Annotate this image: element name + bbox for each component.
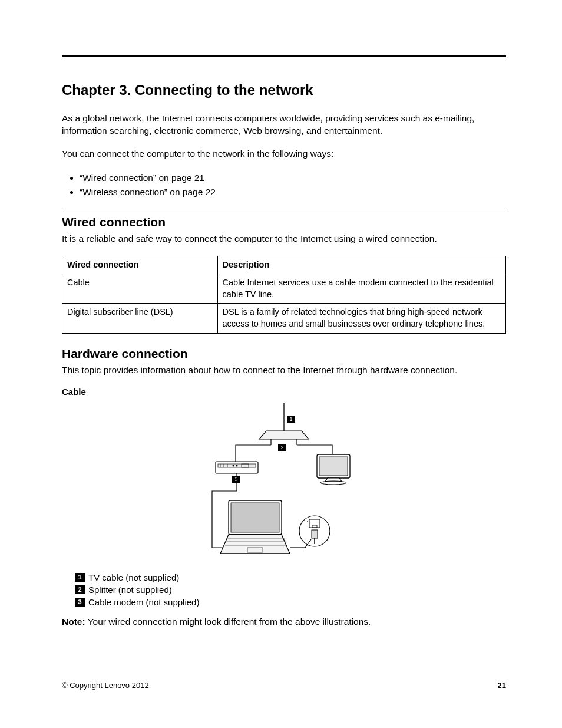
connection-diagram-svg: 1 2 3 [201, 403, 366, 562]
cable-label: Cable [62, 387, 506, 397]
cell-dsl-desc: DSL is a family of related technologies … [217, 304, 505, 333]
note-label: Note: [62, 617, 85, 627]
table-header-type: Wired connection [62, 256, 218, 274]
svg-rect-19 [319, 457, 348, 476]
list-item-wireless: “Wireless connection” on page 22 [80, 185, 506, 199]
wired-intro: It is a reliable and safe way to connect… [62, 233, 506, 245]
legend-badge-2: 2 [75, 585, 85, 594]
hardware-connection-heading: Hardware connection [62, 347, 506, 361]
legend-text-1: TV cable (not supplied) [88, 571, 179, 584]
legend-item-1: 1 TV cable (not supplied) [75, 571, 506, 584]
svg-text:1: 1 [289, 416, 292, 422]
chapter-title: Chapter 3. Connecting to the network [62, 82, 506, 98]
section-rule [62, 210, 506, 210]
legend-badge-1: 1 [75, 573, 85, 582]
cell-cable: Cable [62, 274, 218, 304]
wired-connection-heading: Wired connection [62, 215, 506, 229]
cell-cable-desc: Cable Internet services use a cable mode… [217, 274, 505, 304]
svg-text:2: 2 [280, 444, 283, 450]
note-line: Note: Your wired connection might look d… [62, 617, 506, 627]
legend-text-2: Splitter (not supplied) [88, 584, 172, 596]
page-footer: © Copyright Lenovo 2012 21 [62, 681, 506, 690]
cell-dsl: Digital subscriber line (DSL) [62, 304, 218, 333]
legend-item-3: 3 Cable modem (not supplied) [75, 596, 506, 608]
svg-rect-31 [312, 530, 318, 538]
svg-point-14 [236, 465, 238, 467]
diagram-legend: 1 TV cable (not supplied) 2 Splitter (no… [75, 571, 506, 608]
page-number: 21 [498, 681, 506, 690]
list-item-wired: “Wired connection” on page 21 [80, 171, 506, 185]
ways-paragraph: You can connect the computer to the netw… [62, 148, 506, 160]
table-row: Cable Cable Internet services use a cabl… [62, 274, 506, 304]
svg-point-13 [233, 465, 234, 467]
legend-item-2: 2 Splitter (not supplied) [75, 584, 506, 596]
copyright-text: © Copyright Lenovo 2012 [62, 681, 149, 690]
svg-rect-23 [231, 503, 279, 532]
top-horizontal-rule [62, 55, 506, 57]
intro-paragraph: As a global network, the Internet connec… [62, 113, 506, 137]
hardware-intro: This topic provides information about ho… [62, 364, 506, 377]
legend-text-3: Cable modem (not supplied) [88, 596, 199, 608]
legend-badge-3: 3 [75, 598, 85, 607]
connection-ways-list: “Wired connection” on page 21 “Wireless … [62, 171, 506, 199]
table-row: Wired connection Description [62, 256, 506, 274]
svg-text:3: 3 [234, 476, 237, 482]
table-row: Digital subscriber line (DSL) DSL is a f… [62, 304, 506, 333]
wired-connection-table: Wired connection Description Cable Cable… [62, 256, 506, 334]
cable-diagram: 1 2 3 [62, 403, 506, 564]
table-header-description: Description [217, 256, 505, 274]
note-text: Your wired connection might look differe… [85, 617, 371, 627]
